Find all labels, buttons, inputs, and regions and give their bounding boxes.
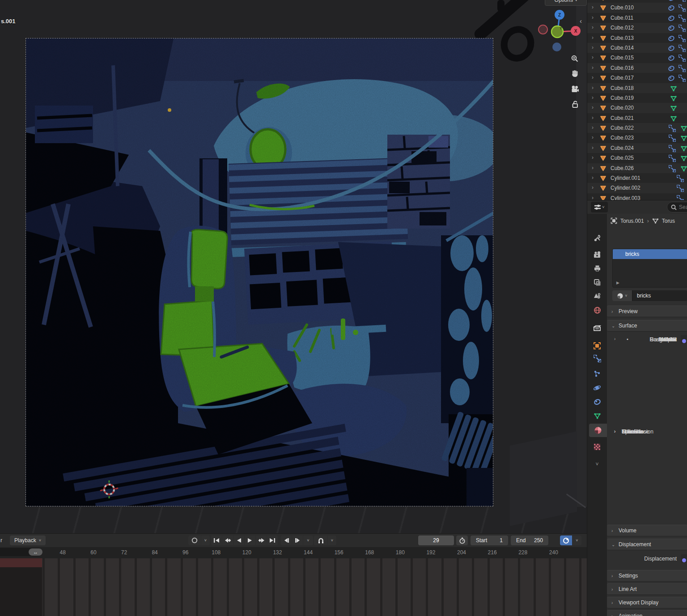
object-name[interactable]: Cube.019 — [611, 95, 634, 101]
object-name[interactable]: Cylinder.001 — [611, 175, 640, 181]
expand-chevron-icon[interactable]: › — [592, 134, 594, 140]
breadcrumb-object[interactable]: Torus.001 — [620, 218, 644, 224]
start-frame-field[interactable]: Start1 — [471, 535, 508, 545]
expand-chevron-icon[interactable]: › — [592, 74, 594, 81]
outliner-row[interactable]: › Cube.016 — [587, 63, 687, 73]
current-frame-field[interactable]: 29 — [418, 535, 454, 545]
outliner-row[interactable]: › Cube.017 — [587, 73, 687, 83]
displacement-row[interactable]: Displacement — [607, 552, 687, 565]
outliner-row[interactable]: › Cube.012 — [587, 23, 687, 33]
search-field[interactable]: Sea — [667, 202, 687, 212]
play-reverse-button[interactable] — [233, 535, 244, 545]
tab-render[interactable] — [587, 248, 607, 261]
tab-view-layer[interactable] — [587, 276, 607, 289]
outliner-row[interactable]: › Cube.022 — [587, 123, 687, 133]
expand-chevron-icon[interactable]: › — [592, 64, 594, 71]
timeline-scrollbar-handle[interactable]: ↔ — [29, 548, 42, 556]
outliner-row[interactable]: › Cube.018 — [587, 83, 687, 93]
slot-list-expander-icon[interactable]: ▶ — [616, 280, 619, 285]
object-name[interactable]: Cube.016 — [611, 65, 634, 71]
previous-keyframe-button[interactable] — [222, 535, 233, 545]
object-name[interactable]: Cube.013 — [611, 35, 634, 41]
object-name[interactable]: Cube.023 — [611, 135, 634, 141]
editor-type-button[interactable]: ˅ — [591, 202, 608, 212]
outliner-row[interactable]: › Cube.010 — [587, 3, 687, 13]
auto-key-button[interactable] — [188, 535, 201, 545]
jump-to-end-button[interactable] — [267, 535, 278, 545]
camera-view-icon[interactable] — [570, 84, 580, 94]
object-name[interactable]: Cube.021 — [611, 115, 634, 121]
expand-chevron-icon[interactable]: › — [592, 0, 594, 0]
expand-chevron-icon[interactable]: › — [592, 54, 594, 60]
panel-surface[interactable]: ⌄Surface — [607, 320, 687, 331]
panel-volume[interactable]: ›Volume — [607, 525, 687, 536]
auto-key-options-chevron[interactable]: ˅ — [201, 535, 210, 545]
sync-options-chevron[interactable]: ˅ — [572, 535, 581, 545]
outliner-row[interactable]: › Cube.021 — [587, 113, 687, 123]
pan-hand-icon[interactable] — [570, 68, 580, 78]
object-name[interactable]: Cube.017 — [611, 75, 634, 81]
outliner[interactable]: › Cube.009 › Cube.010 › Cube.011 — [587, 0, 687, 200]
panel-settings[interactable]: ›Settings — [607, 570, 687, 582]
outliner-row[interactable]: › Cube.023 — [587, 133, 687, 143]
expand-chevron-icon[interactable]: › — [592, 94, 594, 101]
tab-constraints[interactable] — [587, 395, 607, 408]
object-name[interactable]: Cube.014 — [611, 45, 634, 51]
panel-viewport-display[interactable]: ›Viewport Display — [607, 597, 687, 608]
material-slot-selected[interactable]: bricks — [613, 249, 687, 259]
play-button[interactable] — [245, 535, 255, 545]
object-name[interactable]: Cube.024 — [611, 145, 634, 151]
object-name[interactable]: Cube.026 — [611, 165, 634, 171]
tab-modifiers[interactable] — [587, 352, 607, 365]
material-name-field[interactable]: bricks — [632, 290, 687, 301]
tab-output[interactable] — [587, 262, 607, 275]
expand-chevron-icon[interactable]: › — [592, 14, 594, 21]
expand-chevron-icon[interactable]: › — [592, 34, 594, 41]
breadcrumb-data[interactable]: Torus — [662, 218, 675, 224]
outliner-row[interactable]: › Cylinder.001 — [587, 173, 687, 183]
object-name[interactable]: Cube.012 — [611, 25, 634, 31]
object-name[interactable]: Cylinder.002 — [611, 185, 640, 191]
stopwatch-icon[interactable] — [456, 535, 468, 545]
outliner-row[interactable]: › Cube.025 — [587, 153, 687, 163]
end-frame-field[interactable]: End250 — [511, 535, 548, 545]
panel-preview[interactable]: ›Preview — [607, 306, 687, 317]
expand-chevron-icon[interactable]: › — [592, 165, 594, 171]
material-browse-button[interactable]: ˅ — [612, 290, 632, 301]
expand-chevron-icon[interactable]: › — [592, 115, 594, 121]
3d-viewport[interactable]: s.001 Options ▾ ‹ Z X Y — [0, 0, 587, 533]
outliner-row[interactable]: › Cube.015 — [587, 53, 687, 63]
breadcrumb[interactable]: Torus.001 › Torus — [611, 217, 675, 224]
outliner-row[interactable]: › Cube.014 — [587, 43, 687, 53]
object-name[interactable]: Cube.011 — [611, 15, 633, 21]
tab-world[interactable] — [587, 303, 607, 317]
outliner-row[interactable]: › Cube.019 — [587, 93, 687, 103]
shader-property-row[interactable]: › • Normal — [607, 333, 687, 346]
lock-view-icon[interactable] — [570, 99, 580, 109]
tab-material[interactable] — [589, 424, 607, 437]
expand-chevron-icon[interactable]: › — [592, 174, 594, 181]
property-value-widget[interactable] — [681, 335, 687, 344]
object-name[interactable]: Cylinder.003 — [611, 195, 640, 200]
expand-chevron-icon[interactable]: › — [592, 4, 594, 10]
outliner-row[interactable]: › Cylinder.003 — [587, 193, 687, 200]
outliner-row[interactable]: › Cube.020 — [587, 103, 687, 113]
panel-displacement[interactable]: ⌄Displacement — [607, 539, 687, 550]
expand-chevron-icon[interactable]: › — [592, 44, 594, 51]
previous-frame-button[interactable] — [281, 535, 292, 545]
navigation-gizmo[interactable]: Z X Y — [538, 8, 587, 55]
jump-to-start-button[interactable] — [211, 535, 222, 545]
tab-scene[interactable] — [587, 289, 607, 302]
tab-tool[interactable] — [587, 231, 607, 244]
timeline-tracks-area[interactable] — [0, 558, 587, 616]
next-frame-button[interactable] — [292, 535, 303, 545]
object-name[interactable]: Cube.010 — [611, 4, 634, 11]
expand-chevron-icon[interactable]: › — [592, 154, 594, 161]
outliner-row[interactable]: › Cube.013 — [587, 33, 687, 43]
tab-texture[interactable] — [587, 440, 607, 454]
object-name[interactable]: Cube.015 — [611, 55, 634, 61]
expand-chevron-icon[interactable]: › — [592, 184, 594, 191]
outliner-row[interactable]: › Cube.011 — [587, 13, 687, 23]
expand-chevron-icon[interactable]: › — [592, 104, 594, 110]
playback-menu-button[interactable]: Playback ˅ — [10, 535, 46, 545]
